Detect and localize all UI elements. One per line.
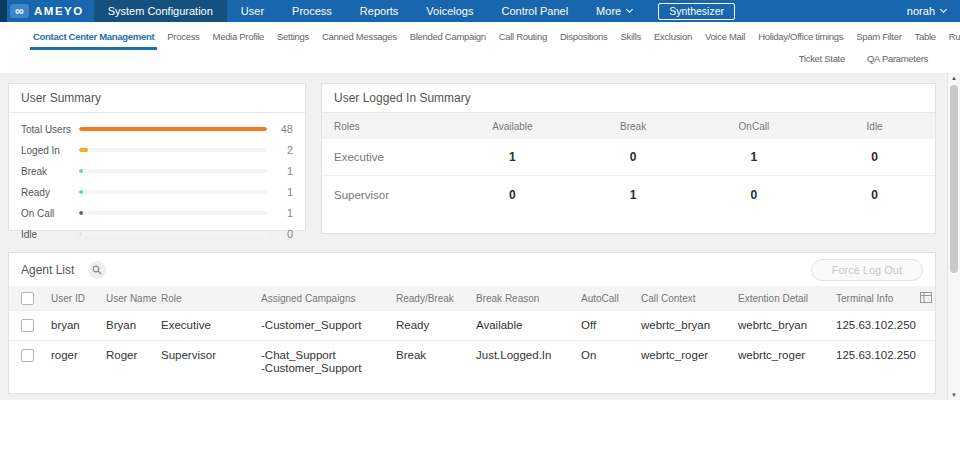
user-id-cell: roger (51, 349, 106, 362)
search-button[interactable] (88, 261, 106, 279)
bar-track (79, 127, 267, 131)
user-name-cell: Bryan (106, 319, 161, 332)
col-role: Role (161, 293, 261, 304)
agent-list-title: Agent List (21, 263, 74, 277)
ready-break-cell: Break (396, 349, 476, 362)
select-all-checkbox[interactable] (21, 292, 34, 305)
chevron-down-icon (940, 6, 947, 13)
user-menu[interactable]: norah (893, 0, 960, 22)
col-call-context: Call Context (641, 293, 738, 304)
column-chooser-button[interactable] (920, 292, 932, 305)
sub-navigation: Contact Center Management Process Media … (0, 22, 960, 73)
scroll-down-arrow[interactable]: ▼ (948, 392, 960, 398)
infinity-glyph: ∞ (15, 6, 24, 16)
tab-table[interactable]: Table (912, 28, 939, 50)
summary-row-ready: Ready 1 (9, 182, 305, 203)
logged-in-bar (79, 148, 88, 152)
bar-track (79, 148, 267, 152)
nav-label: Voicelogs (426, 5, 473, 17)
col-break-reason: Break Reason (476, 293, 581, 304)
nav-system-configuration[interactable]: System Configuration (94, 0, 227, 22)
user-id-cell: bryan (51, 319, 106, 332)
tab-canned-messages[interactable]: Canned Messages (319, 28, 400, 50)
bar-track (79, 169, 267, 173)
agent-row-bryan: bryan Bryan Executive -Customer_Support … (9, 310, 935, 340)
logged-in-summary-title: User Logged In Summary (322, 84, 935, 113)
subnav-row-1: Contact Center Management Process Media … (30, 28, 952, 50)
nav-label: Process (292, 5, 332, 17)
nav-more-menu[interactable]: More (582, 0, 646, 22)
nav-label: System Configuration (108, 5, 213, 17)
terminal-info-cell: 125.63.102.250 (836, 319, 916, 332)
row-checkbox[interactable] (21, 349, 34, 362)
extention-detail-cell: webrtc_roger (738, 349, 836, 362)
summary-value: 1 (267, 186, 293, 198)
col-assigned-campaigns: Assigned Campaigns (261, 293, 396, 304)
agent-row-roger: roger Roger Supervisor -Chat_Support -Cu… (9, 340, 935, 383)
break-reason-cell: Just.Logged.In (476, 349, 581, 362)
tab-skills[interactable]: Skills (618, 28, 644, 50)
break-cell: 0 (573, 150, 694, 164)
tab-voice-mail[interactable]: Voice Mail (702, 28, 748, 50)
summary-value: 48 (267, 123, 293, 135)
row-checkbox[interactable] (21, 319, 34, 332)
table-row-supervisor: Supervisor 0 1 0 0 (322, 176, 935, 213)
tab-spam-filter[interactable]: Spam Filter (853, 28, 904, 50)
col-autocall: AutoCall (581, 293, 641, 304)
summary-value: 0 (267, 228, 293, 240)
nav-process[interactable]: Process (278, 0, 346, 22)
tab-blended-campaign[interactable]: Blended Campaign (407, 28, 489, 50)
role-cell: Supervisor (322, 189, 452, 201)
break-reason-cell: Available (476, 319, 581, 332)
tab-process[interactable]: Process (164, 28, 202, 50)
tab-settings[interactable]: Settings (274, 28, 312, 50)
tab-dispositions[interactable]: Dispositions (557, 28, 611, 50)
summary-value: 1 (267, 165, 293, 177)
nav-label: More (596, 5, 621, 17)
vertical-scrollbar[interactable]: ▲ ▼ (947, 73, 960, 400)
bar-track (79, 211, 267, 215)
col-available: Available (452, 121, 573, 132)
user-name-cell: Roger (106, 349, 161, 362)
tab-rule-engine[interactable]: Rule Engine (946, 28, 960, 50)
nav-voicelogs[interactable]: Voicelogs (412, 0, 487, 22)
logo-shade (0, 0, 7, 22)
idle-bar (79, 232, 82, 236)
scrollbar-thumb[interactable] (950, 85, 958, 273)
tab-ticket-state[interactable]: Ticket State (797, 51, 847, 66)
search-icon (92, 265, 102, 275)
nav-label: Reports (360, 5, 399, 17)
tab-holiday-office-timings[interactable]: Holiday/Office timings (755, 28, 846, 50)
infinity-logo-icon: ∞ (10, 4, 29, 18)
tab-qa-parameters[interactable]: QA Parameters (865, 51, 930, 66)
top-navbar: ∞ AMEYO System Configuration User Proces… (0, 0, 960, 22)
main-content: User Summary Total Users 48 Loged In 2 B… (0, 73, 960, 400)
col-user-name: User Name (106, 293, 161, 304)
tab-exclusion[interactable]: Exclusion (651, 28, 695, 50)
available-cell: 0 (452, 188, 573, 202)
role-cell: Supervisor (161, 349, 261, 362)
nav-control-panel[interactable]: Control Panel (487, 0, 582, 22)
ready-break-cell: Ready (396, 319, 476, 332)
summary-label: Loged In (21, 145, 79, 156)
agent-list-titlebar: Agent List Force Log Out (9, 253, 935, 286)
summary-row-total-users: Total Users 48 (9, 119, 305, 140)
terminal-info-cell: 125.63.102.250 (836, 349, 916, 362)
summary-row-logged-in: Loged In 2 (9, 140, 305, 161)
nav-reports[interactable]: Reports (346, 0, 413, 22)
tab-contact-center-management[interactable]: Contact Center Management (30, 28, 157, 50)
scroll-up-arrow[interactable]: ▲ (948, 75, 960, 81)
summary-value: 2 (267, 144, 293, 156)
col-terminal-info: Terminal Info (836, 293, 916, 304)
ameyo-logo[interactable]: ∞ AMEYO (0, 0, 94, 22)
username-label: norah (907, 5, 935, 17)
summary-label: On Call (21, 208, 79, 219)
logged-in-summary-header: Roles Available Break OnCall Idle (322, 113, 935, 139)
role-cell: Executive (322, 151, 452, 163)
force-log-out-button[interactable]: Force Log Out (811, 259, 923, 281)
oncall-cell: 1 (694, 150, 815, 164)
tab-media-profile[interactable]: Media Profile (210, 28, 268, 50)
nav-user[interactable]: User (227, 0, 278, 22)
synthesizer-button[interactable]: Synthesizer (658, 3, 735, 20)
tab-call-routing[interactable]: Call Routing (496, 28, 550, 50)
